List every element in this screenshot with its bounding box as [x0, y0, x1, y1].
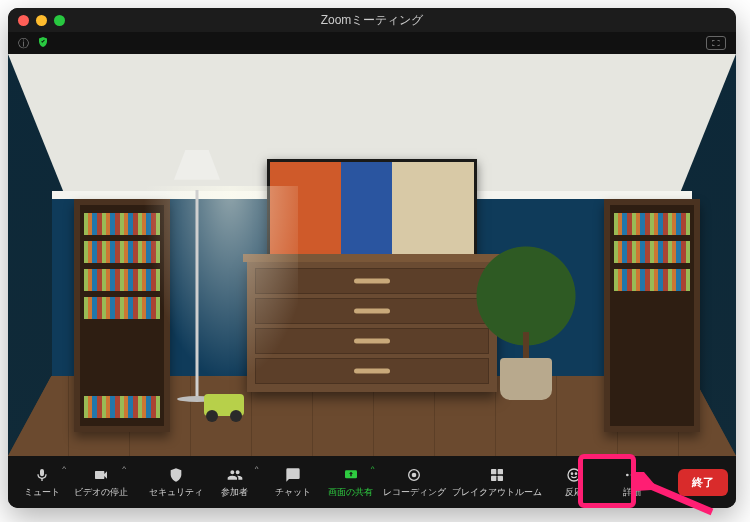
svg-point-11 — [630, 473, 633, 476]
svg-point-12 — [635, 473, 638, 476]
shield-icon — [168, 466, 184, 484]
svg-rect-4 — [497, 469, 502, 474]
record-icon — [406, 466, 422, 484]
bg-floor-lamp — [164, 150, 230, 400]
svg-rect-6 — [497, 475, 502, 480]
end-label: 終了 — [692, 476, 714, 488]
svg-point-9 — [575, 473, 576, 474]
chat-button[interactable]: チャット — [267, 460, 319, 504]
svg-point-8 — [571, 473, 572, 474]
svg-point-7 — [568, 469, 580, 481]
chevron-up-icon[interactable]: ^ — [62, 464, 66, 473]
share-screen-icon — [342, 466, 360, 484]
end-meeting-button[interactable]: 終了 — [678, 469, 728, 496]
chevron-up-icon[interactable]: ^ — [122, 464, 126, 473]
security-label: セキュリティ — [149, 486, 203, 499]
enter-fullscreen-button[interactable]: ⛶ — [706, 36, 726, 50]
more-horizontal-icon — [623, 466, 641, 484]
chevron-up-icon[interactable]: ^ — [371, 464, 375, 473]
video-view — [8, 54, 736, 456]
mute-label: ミュート — [24, 486, 60, 499]
status-bar: ⓘ ⛶ — [8, 32, 736, 54]
security-button[interactable]: セキュリティ — [149, 460, 203, 504]
more-button[interactable]: 詳細 — [606, 460, 658, 504]
share-screen-button[interactable]: ^ 画面の共有 — [325, 460, 377, 504]
stop-video-button[interactable]: ^ ビデオの停止 — [74, 460, 128, 504]
record-button[interactable]: レコーディング — [383, 460, 446, 504]
breakout-rooms-button[interactable]: ブレイクアウトルーム — [452, 460, 542, 504]
svg-rect-5 — [491, 475, 496, 480]
expand-icon: ⛶ — [712, 39, 720, 48]
titlebar: Zoomミーティング — [8, 8, 736, 32]
encryption-shield-icon[interactable] — [37, 36, 49, 50]
video-camera-icon — [92, 466, 110, 484]
svg-point-10 — [626, 473, 629, 476]
mute-button[interactable]: ^ ミュート — [16, 460, 68, 504]
people-icon — [226, 466, 244, 484]
grid-icon — [489, 466, 505, 484]
participants-button[interactable]: ^ 参加者 — [209, 460, 261, 504]
microphone-icon — [34, 466, 50, 484]
more-label: 詳細 — [623, 486, 641, 499]
chat-label: チャット — [275, 486, 311, 499]
bg-bookshelf-right — [604, 199, 700, 432]
smile-icon — [566, 466, 582, 484]
record-label: レコーディング — [383, 486, 446, 499]
reactions-label: 反応 — [565, 486, 583, 499]
share-label: 画面の共有 — [328, 486, 373, 499]
svg-point-2 — [412, 472, 417, 477]
bg-plant — [466, 230, 586, 400]
bg-toy-car — [204, 394, 244, 416]
window-title: Zoomミーティング — [8, 12, 736, 29]
video-label: ビデオの停止 — [74, 486, 128, 499]
reactions-button[interactable]: 反応 — [548, 460, 600, 504]
meeting-info-icon[interactable]: ⓘ — [18, 36, 29, 51]
svg-rect-3 — [491, 469, 496, 474]
zoom-meeting-window: Zoomミーティング ⓘ ⛶ — [8, 8, 736, 508]
bg-bookshelf-left — [74, 199, 170, 432]
chevron-up-icon[interactable]: ^ — [255, 464, 259, 473]
bg-dresser — [247, 262, 497, 392]
meeting-controls: ^ ミュート ^ ビデオの停止 セキュリティ ^ 参加者 — [8, 456, 736, 508]
breakout-label: ブレイクアウトルーム — [452, 486, 542, 499]
participants-label: 参加者 — [221, 486, 248, 499]
chat-bubble-icon — [285, 466, 301, 484]
